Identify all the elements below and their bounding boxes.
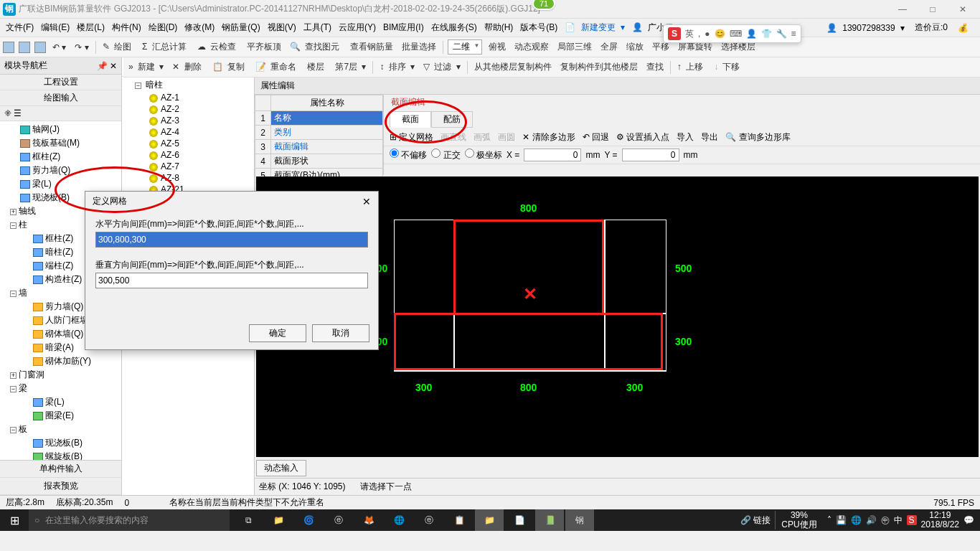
dynamic-input-btn[interactable]: 动态输入 bbox=[256, 460, 306, 476]
menu-draw[interactable]: 绘图(D) bbox=[146, 20, 181, 35]
tb-app1[interactable]: 📁 bbox=[264, 509, 293, 531]
tray-net-icon[interactable]: 🌐 bbox=[851, 515, 862, 525]
comp-item-az-4[interactable]: AZ-4 bbox=[125, 126, 251, 138]
comp-item-az-6[interactable]: AZ-6 bbox=[125, 149, 251, 161]
cancel-button[interactable]: 取消 bbox=[312, 324, 369, 342]
undo-icon[interactable]: ↶ ▾ bbox=[50, 41, 68, 54]
open-file-icon[interactable] bbox=[19, 42, 30, 53]
tb-app3[interactable]: 🦊 bbox=[354, 509, 383, 531]
nav-view-icons[interactable]: ⁜ ☰ bbox=[0, 106, 121, 121]
menu-modify[interactable]: 修改(M) bbox=[182, 20, 217, 35]
batch-select-btn[interactable]: 批量选择 bbox=[400, 39, 438, 55]
tray-vol-icon[interactable]: 🔊 bbox=[866, 515, 877, 525]
ime-emoji-icon[interactable]: 😊 bbox=[715, 29, 725, 39]
local-3d-btn[interactable]: 局部三维 bbox=[555, 39, 594, 55]
sum-btn[interactable]: Σ 汇总计算 bbox=[140, 39, 191, 55]
tree-lxb[interactable]: 螺旋板(B) bbox=[0, 450, 121, 460]
ctx-rename[interactable]: 📝 重命名 bbox=[253, 60, 301, 75]
view-mode-select[interactable]: 二维 bbox=[448, 39, 482, 55]
tool-export[interactable]: 导出 bbox=[701, 131, 718, 143]
tree-ql[interactable]: 圈梁(E) bbox=[0, 409, 121, 423]
taskbar-search[interactable]: ○ 在这里输入你要搜索的内容 bbox=[29, 509, 230, 531]
ctx-find[interactable]: 查找 bbox=[644, 60, 666, 75]
tb-app2[interactable]: 🌀 bbox=[294, 509, 323, 531]
comp-item-az-5[interactable]: AZ-5 bbox=[125, 138, 251, 149]
tb-ggj[interactable]: 钢 bbox=[565, 509, 594, 531]
ctx-copy-to[interactable]: 复制构件到其他楼层 bbox=[558, 60, 640, 75]
tree-framecol[interactable]: 框柱(Z) bbox=[0, 150, 121, 164]
save-file-icon[interactable] bbox=[34, 42, 46, 53]
v-spacing-input[interactable] bbox=[95, 273, 368, 288]
tree-xjb[interactable]: 现浇板(B) bbox=[0, 436, 121, 450]
comp-item-az-2[interactable]: AZ-2 bbox=[125, 103, 251, 115]
tray-drive-icon[interactable]: 💾 bbox=[836, 515, 847, 525]
tb-app7[interactable]: 📗 bbox=[535, 509, 564, 531]
h-spacing-input[interactable] bbox=[95, 232, 368, 248]
beans-count[interactable]: 造价豆:0 bbox=[912, 20, 951, 35]
tray-lang[interactable]: 中 bbox=[894, 514, 903, 527]
tree-group-slab[interactable]: −板 bbox=[0, 423, 121, 436]
comp-group-anzhu[interactable]: − 暗柱 bbox=[125, 78, 251, 92]
tray-ime-icon[interactable]: ㊥ bbox=[881, 514, 890, 527]
menu-floor[interactable]: 楼层(L) bbox=[74, 20, 108, 35]
tb-ie[interactable]: ⓔ bbox=[415, 509, 443, 531]
tray-sogou-icon[interactable]: S bbox=[907, 515, 917, 525]
draw-btn[interactable]: ✎ 绘图 bbox=[100, 39, 136, 55]
tree-raft[interactable]: 筏板基础(M) bbox=[0, 136, 121, 150]
tree-l[interactable]: 梁(L) bbox=[0, 395, 121, 409]
ctx-up[interactable]: ↑ 上移 bbox=[675, 60, 707, 75]
menu-version[interactable]: 版本号(B) bbox=[517, 20, 560, 35]
view-rebar-btn[interactable]: 查看钢筋量 bbox=[348, 39, 395, 55]
ctx-sort[interactable]: ↕ 排序 ▾ bbox=[377, 60, 417, 75]
comp-item-az-7[interactable]: AZ-7 bbox=[125, 161, 251, 172]
tab-section[interactable]: 截面 bbox=[390, 111, 431, 128]
property-grid[interactable]: 属性名称 1名称 2类别 3截面编辑 4截面形状 5截面宽(B边)(mm) 6截… bbox=[255, 95, 384, 175]
zoom-btn[interactable]: 缩放 bbox=[624, 39, 646, 55]
ime-toolbox-icon[interactable]: 🔧 bbox=[776, 29, 787, 39]
cloud-check-btn[interactable]: ☁ 云检查 bbox=[195, 39, 240, 55]
tree-axis[interactable]: 轴网(J) bbox=[0, 123, 121, 136]
tab-rebar[interactable]: 配筋 bbox=[431, 111, 473, 128]
menu-help[interactable]: 帮助(H) bbox=[481, 20, 517, 35]
close-button[interactable]: ✕ bbox=[948, 1, 977, 17]
tray-up-icon[interactable]: ˄ bbox=[827, 515, 831, 525]
menu-bim[interactable]: BIM应用(I) bbox=[380, 20, 427, 35]
x-input[interactable] bbox=[524, 149, 581, 161]
task-view-icon[interactable]: ⧉ bbox=[234, 509, 263, 531]
nav-draw-input[interactable]: 绘图输入 bbox=[0, 90, 121, 106]
tray-cpu[interactable]: 39%CPU使用 bbox=[775, 511, 822, 529]
ctx-filter[interactable]: ▽ 过滤 ▾ bbox=[421, 60, 463, 75]
tree-group-door[interactable]: +门窗洞 bbox=[0, 368, 121, 382]
menu-file[interactable]: 文件(F) bbox=[3, 20, 37, 35]
ok-button[interactable]: 确定 bbox=[249, 324, 306, 342]
ctx-delete[interactable]: ✕ 删除 bbox=[170, 60, 205, 75]
menu-tool[interactable]: 工具(T) bbox=[301, 20, 334, 35]
ctx-new[interactable]: » 新建 ▾ bbox=[126, 60, 166, 75]
tool-define-grid[interactable]: ⊞ 定义网格 bbox=[390, 131, 433, 143]
ime-user-icon[interactable]: 👤 bbox=[746, 29, 757, 39]
ime-punct[interactable]: ● bbox=[705, 29, 710, 39]
tool-undo[interactable]: ↶ 回退 bbox=[583, 131, 609, 143]
nav-report-preview[interactable]: 报表预览 bbox=[0, 478, 121, 495]
tb-edge[interactable]: ⓔ bbox=[324, 509, 353, 531]
tb-app4[interactable]: 🌐 bbox=[385, 509, 413, 531]
comp-item-az-8[interactable]: AZ-8 bbox=[125, 172, 251, 184]
mode-nooffset[interactable]: 不偏移 bbox=[390, 149, 427, 161]
tool-clear-poly[interactable]: ✕ 清除多边形 bbox=[522, 131, 575, 143]
ime-keyboard-icon[interactable]: ⌨ bbox=[730, 29, 742, 39]
ctx-copy[interactable]: 📋 复制 bbox=[210, 60, 249, 75]
ime-skin-icon[interactable]: 👕 bbox=[761, 29, 772, 39]
nav-single-input[interactable]: 单构件输入 bbox=[0, 461, 121, 478]
start-button[interactable]: ⊞ bbox=[0, 514, 29, 527]
maximize-button[interactable]: □ bbox=[918, 1, 947, 17]
new-change-link[interactable]: 📄 新建变更 ▾ bbox=[562, 20, 628, 35]
top-view-btn[interactable]: 俯视 bbox=[486, 39, 508, 55]
comp-item-az-1[interactable]: AZ-1 bbox=[125, 92, 251, 103]
menu-cloud[interactable]: 云应用(Y) bbox=[336, 20, 379, 35]
tree-qtjj[interactable]: 砌体加筋(Y) bbox=[0, 354, 121, 368]
user-phone[interactable]: 👤 13907298339 ▾ bbox=[824, 22, 908, 34]
dialog-close-icon[interactable]: ✕ bbox=[362, 196, 371, 207]
tray-link[interactable]: 🔗 链接 bbox=[740, 514, 771, 527]
find-element-btn[interactable]: 🔍 查找图元 bbox=[288, 39, 344, 55]
ctx-floor-val[interactable]: 第7层 ▾ bbox=[331, 60, 368, 75]
